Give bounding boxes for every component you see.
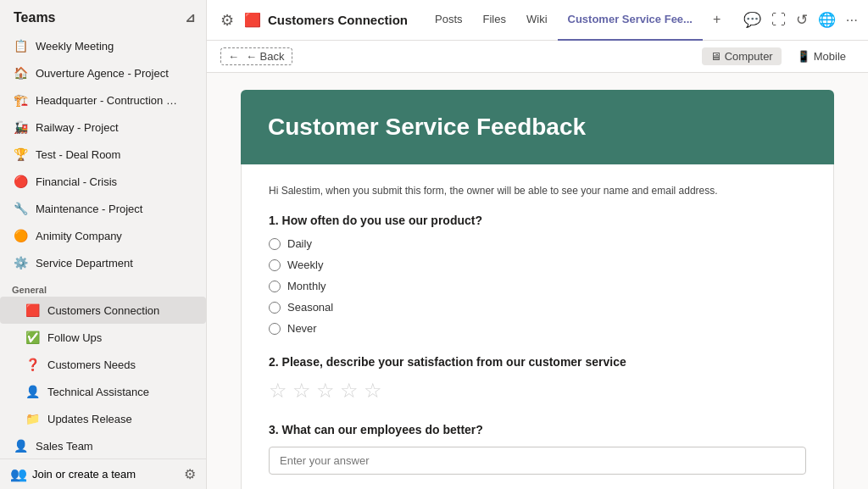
form-body: Hi Salestim, when you submit this form, …	[241, 164, 834, 489]
sidebar-item-service-dept[interactable]: ⚙️ Service Department ···	[0, 249, 206, 276]
sidebar-item-label: Service Department	[36, 257, 181, 270]
radio-never-label: Never	[287, 322, 317, 335]
tab-content: ← ← Back 🖥 Computer 📱 Mobile Customer Se…	[207, 41, 868, 489]
star-rating[interactable]: ☆ ☆ ☆ ☆ ☆	[269, 379, 806, 403]
railway-icon: 🚂	[12, 119, 29, 136]
follow-ups-icon: ✅	[24, 329, 41, 346]
form-info: Hi Salestim, when you submit this form, …	[269, 185, 806, 197]
radio-weekly: Weekly	[269, 258, 806, 271]
more-actions-icon[interactable]: ···	[846, 12, 858, 29]
join-label: Join or create a team	[32, 468, 136, 481]
view-toggles: 🖥 Computer 📱 Mobile	[702, 47, 854, 65]
text-answer-input[interactable]	[269, 447, 806, 475]
mobile-view-button[interactable]: 📱 Mobile	[788, 47, 854, 65]
headquarter-icon: 🏗️	[12, 92, 29, 108]
radio-monthly: Monthly	[269, 280, 806, 292]
topbar-channel-icon: 🟥	[244, 12, 261, 28]
sidebar-item-technical-assistance[interactable]: 👤 Technical Assistance	[0, 378, 206, 405]
sidebar-item-label: Financial - Crisis	[36, 175, 181, 188]
radio-daily-input[interactable]	[269, 238, 281, 250]
radio-never: Never	[269, 322, 806, 335]
question-2: 2. Please, describe your satisfaction fr…	[269, 355, 806, 403]
service-dept-icon: ⚙️	[12, 254, 29, 271]
customers-needs-icon: ❓	[24, 356, 41, 373]
question-2-text: 2. Please, describe your satisfaction fr…	[269, 355, 806, 369]
star-5[interactable]: ☆	[364, 379, 382, 403]
tab-posts[interactable]: Posts	[425, 0, 473, 41]
expand-icon[interactable]: ⛶	[771, 12, 786, 29]
sidebar-item-label: Technical Assistance	[47, 386, 199, 398]
computer-view-button[interactable]: 🖥 Computer	[702, 47, 782, 65]
sub-topbar: ← ← Back 🖥 Computer 📱 Mobile	[207, 41, 868, 73]
topbar-nav: Posts Files Wiki Customer Service Fee...…	[425, 0, 737, 41]
star-3[interactable]: ☆	[316, 379, 335, 403]
tab-wiki[interactable]: Wiki	[516, 0, 558, 41]
question-1: 1. How often do you use our product? Dai…	[269, 214, 806, 335]
sidebar-item-animity[interactable]: 🟠 Animity Company ···	[0, 222, 206, 249]
chat-icon[interactable]: 💬	[743, 11, 761, 29]
topbar-channel-name: Customers Connection	[268, 13, 408, 27]
mobile-icon: 📱	[797, 50, 810, 63]
technical-assistance-icon: 👤	[24, 383, 41, 400]
sidebar-header: Teams ⊿	[0, 0, 206, 32]
radio-never-input[interactable]	[269, 323, 281, 335]
sales-team-icon: 👤	[12, 437, 29, 454]
form-area: Customer Service Feedback Hi Salestim, w…	[207, 73, 868, 489]
updates-release-icon: 📁	[24, 410, 41, 427]
globe-icon[interactable]: 🌐	[818, 11, 836, 29]
topbar-gear-icon[interactable]: ⚙	[217, 8, 237, 33]
radio-seasonal-input[interactable]	[269, 302, 281, 314]
sidebar-item-financial[interactable]: 🔴 Financial - Crisis ···	[0, 168, 206, 195]
join-create-team[interactable]: 👥 Join or create a team	[10, 466, 136, 482]
settings-icon[interactable]: ⚙	[184, 466, 196, 482]
radio-daily: Daily	[269, 237, 806, 250]
financial-icon: 🔴	[12, 173, 29, 190]
sidebar-item-label: Railway - Project	[36, 121, 181, 134]
sidebar-item-weekly-meeting[interactable]: 📋 Weekly Meeting ···	[0, 32, 206, 59]
animity-icon: 🟠	[12, 227, 29, 244]
sidebar-item-label: Customers Connection	[47, 304, 199, 317]
question-1-text: 1. How often do you use our product?	[269, 214, 806, 227]
form-header: Customer Service Feedback	[241, 90, 834, 164]
sidebar-item-follow-ups[interactable]: ✅ Follow Ups	[0, 324, 206, 351]
section-general: General	[0, 276, 206, 297]
star-1[interactable]: ☆	[269, 379, 287, 403]
filter-icon[interactable]: ⊿	[185, 10, 196, 25]
radio-monthly-input[interactable]	[269, 281, 281, 292]
maintenance-icon: 🔧	[12, 200, 29, 217]
tab-add-button[interactable]: +	[703, 0, 731, 41]
sidebar-item-headquarter[interactable]: 🏗️ Headquarter - Contruction Site ···	[0, 86, 206, 114]
sidebar-item-test-deal[interactable]: 🏆 Test - Deal Room ···	[0, 141, 206, 168]
sidebar-item-ouverture-agence[interactable]: 🏠 Ouverture Agence - Project ···	[0, 59, 206, 86]
sidebar-item-sales-team[interactable]: 👤 Sales Team ···	[0, 432, 206, 458]
tab-customer-service[interactable]: Customer Service Fee...	[558, 0, 703, 41]
topbar-actions: 💬 ⛶ ↺ 🌐 ···	[743, 11, 858, 29]
sidebar-item-maintenance[interactable]: 🔧 Maintenance - Project ···	[0, 195, 206, 222]
sidebar-title: Teams	[14, 10, 56, 25]
sidebar-item-label: Follow Ups	[47, 331, 199, 344]
refresh-icon[interactable]: ↺	[796, 11, 808, 29]
sidebar-item-label: Sales Team	[36, 440, 181, 453]
sidebar-item-label: Customers Needs	[47, 358, 199, 371]
sidebar-item-label: Test - Deal Room	[36, 148, 181, 161]
main-area: ⚙ 🟥 Customers Connection Posts Files Wik…	[207, 0, 868, 489]
tab-files[interactable]: Files	[473, 0, 516, 41]
form-title: Customer Service Feedback	[268, 114, 807, 141]
back-button[interactable]: ← ← Back	[220, 47, 292, 65]
star-2[interactable]: ☆	[292, 379, 311, 403]
sidebar-list: 📋 Weekly Meeting ··· 🏠 Ouverture Agence …	[0, 32, 206, 458]
sidebar-item-customers-connection[interactable]: 🟥 Customers Connection	[0, 297, 206, 324]
computer-icon: 🖥	[710, 50, 721, 63]
radio-seasonal: Seasonal	[269, 301, 806, 314]
radio-weekly-input[interactable]	[269, 259, 281, 271]
sidebar-item-updates-release[interactable]: 📁 Updates Release	[0, 405, 206, 432]
computer-label: Computer	[725, 50, 773, 63]
star-4[interactable]: ☆	[340, 379, 359, 403]
back-label: ← Back	[246, 50, 285, 63]
question-3-text: 3. What can our employees do better?	[269, 423, 806, 436]
sidebar-item-railway[interactable]: 🚂 Railway - Project ···	[0, 114, 206, 141]
weekly-meeting-icon: 📋	[12, 37, 29, 54]
sidebar-item-label: Animity Company	[36, 230, 181, 242]
sidebar-item-customers-needs[interactable]: ❓ Customers Needs	[0, 351, 206, 378]
sidebar-item-label: Maintenance - Project	[36, 203, 181, 215]
